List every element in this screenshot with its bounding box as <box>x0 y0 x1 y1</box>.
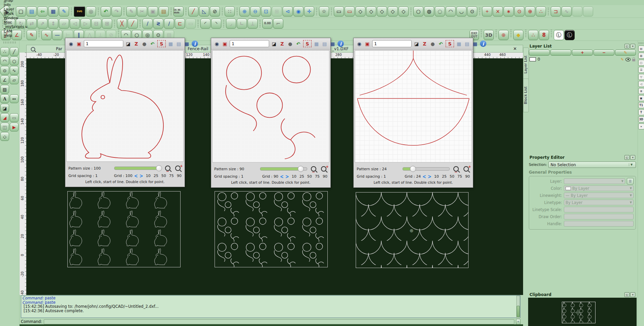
spline-draw-icon[interactable]: ∿ <box>41 30 52 40</box>
polygon-cc-tool-icon[interactable]: ◇ <box>366 6 376 17</box>
save-pattern-icon[interactable]: ▦ <box>329 40 336 47</box>
zoom-auto-icon[interactable]: ⊡ <box>261 6 271 17</box>
undo-icon[interactable]: ↶ <box>438 40 444 47</box>
stamp-s-icon[interactable]: S <box>303 40 312 47</box>
leader-tool-icon[interactable]: ⌐ <box>273 19 283 29</box>
image-tool-icon[interactable]: ◪ <box>0 104 9 113</box>
remove-layer-icon[interactable]: − <box>593 50 614 56</box>
pattern-dialog-rabbit[interactable]: ◉▣ ◪Z●↶S▦▤▦i Pattern size : 100 − + Grid… <box>65 38 185 187</box>
snap-center-icon[interactable]: ⊕ <box>525 6 535 17</box>
grid-toggle-icon[interactable]: ∷ <box>225 6 235 17</box>
iso-box-tool-icon[interactable]: ◇ <box>0 132 9 141</box>
grid-increase-icon[interactable]: > <box>428 173 431 180</box>
zoom-out-icon[interactable]: − <box>453 166 459 172</box>
mdi-title-v1-dxf[interactable]: _v1.DXF <box>332 47 349 51</box>
hide-all-layers-icon[interactable] <box>550 50 571 56</box>
point-marks-icon[interactable]: ∴ <box>528 30 538 40</box>
pattern-size-slider[interactable] <box>114 167 161 170</box>
mdi-title-fence-rail[interactable]: Fence-Rail <box>188 47 208 51</box>
redo-icon[interactable]: ↷ <box>111 6 122 17</box>
dimension-tool-icon[interactable]: ↔ <box>10 94 19 103</box>
fillet-tool-icon[interactable]: ◜ <box>200 19 211 29</box>
grid-preset[interactable]: 25 <box>154 174 158 178</box>
zoom-out-icon[interactable]: ⊖ <box>250 6 260 17</box>
float-panel-icon[interactable]: ◱ <box>624 44 630 49</box>
pattern-name-field[interactable] <box>84 40 123 47</box>
3d-panel-button[interactable]: 3D <box>638 116 644 122</box>
snap-end-icon[interactable]: ∗ <box>504 6 514 17</box>
print-preview-icon[interactable]: ◎ <box>86 6 96 17</box>
3d-view-button[interactable]: 3D <box>484 30 494 40</box>
close-panel-icon[interactable]: ✕ <box>630 44 635 49</box>
hatch-tool-icon[interactable]: ▨ <box>0 85 9 94</box>
ellipse-tool-icon[interactable]: ⊙ <box>0 66 9 75</box>
image-export-icon[interactable]: ◪ <box>271 40 277 47</box>
zigzag-edit-icon[interactable]: Z <box>421 40 428 47</box>
image-export-icon[interactable]: ◪ <box>125 40 131 47</box>
info-icon[interactable]: i <box>480 40 486 47</box>
tangent-tool-icon[interactable]: ⊥ <box>248 19 258 29</box>
edit-layer-icon[interactable]: ✎ <box>621 57 624 62</box>
auto-trim-icon[interactable]: ⊏ <box>175 19 185 29</box>
undo-icon[interactable]: ↶ <box>295 40 301 47</box>
grid-preset[interactable]: 10 <box>146 174 151 178</box>
color-field[interactable]: By Layer▼ <box>564 185 634 191</box>
save-pattern-icon[interactable]: ▦ <box>472 40 478 47</box>
measure-distance-icon[interactable]: ◺ <box>199 6 209 17</box>
snap-intersection-icon[interactable]: ∴ <box>536 6 546 17</box>
zigzag-edit-icon[interactable]: Z <box>279 40 285 47</box>
zoom-pan-icon[interactable]: ✛ <box>304 6 314 17</box>
undo-icon[interactable]: ↶ <box>149 40 156 47</box>
command-options-button[interactable]: ≡ <box>516 319 520 325</box>
image-export-icon[interactable]: ◪ <box>413 40 420 47</box>
circle-3point-icon[interactable]: ◌ <box>435 6 445 17</box>
grid-decrease-icon[interactable]: < <box>280 173 284 180</box>
arc-3point-icon[interactable]: ◡ <box>456 6 466 17</box>
explode-tool-icon[interactable]: ▷ <box>80 19 91 29</box>
rectangle-tool-icon[interactable]: ▭ <box>334 6 344 17</box>
edit-layer-icon[interactable]: ✎ <box>615 50 636 56</box>
fillet-radius-icon[interactable]: ◝ <box>211 19 221 29</box>
menu-item[interactable]: CAM <box>1 29 31 33</box>
new-pattern-icon[interactable]: ▦ <box>313 40 320 47</box>
polygon-tool-icon[interactable]: ◇ <box>355 6 365 17</box>
linetype-field[interactable]: By Layer▼ <box>564 200 634 205</box>
arc-tool-icon[interactable]: ◠ <box>0 57 9 65</box>
spline-tool-icon[interactable]: ∿ <box>10 66 19 75</box>
grid-preset[interactable]: 10 <box>292 174 296 179</box>
grid-preset[interactable]: 50 <box>161 174 166 178</box>
layer-lock-icon[interactable] <box>632 59 635 61</box>
red-frame-icon[interactable]: ▣ <box>76 40 82 47</box>
pattern-draw-area[interactable] <box>66 50 184 162</box>
drawing-units-icon[interactable]: in m mm <box>173 6 184 17</box>
linetype-scale-field[interactable] <box>564 207 634 212</box>
menu-item[interactable]: _myScripts v. <box>1 25 31 29</box>
record-dot-icon[interactable]: ● <box>429 40 436 47</box>
chamfer-tool-icon[interactable]: ◞ <box>226 19 236 29</box>
circle-2point-icon[interactable]: ◍ <box>424 6 434 17</box>
menu-item[interactable]: Block <box>1 11 31 16</box>
select-line-icon[interactable]: ▶ <box>10 123 19 131</box>
red-frame-icon[interactable]: ▣ <box>364 40 371 47</box>
selection-dropdown[interactable]: No Selection ▼ <box>548 161 636 168</box>
panel-grip[interactable] <box>3 41 16 43</box>
filter-alt-panel-icon[interactable]: ◁ <box>638 81 644 87</box>
grid-preset[interactable]: 75 <box>315 174 320 179</box>
menu-item[interactable]: Window <box>1 16 31 20</box>
purge-clean-icon[interactable]: ◆ <box>513 30 523 40</box>
grid-increase-icon[interactable]: > <box>285 173 289 180</box>
polyline-morph-icon[interactable]: ⊐ <box>551 6 561 17</box>
text-tool-icon[interactable]: A <box>0 94 9 103</box>
circle-tool-icon[interactable]: ○ <box>10 57 19 65</box>
tolerance-value-icon[interactable]: 0.00 <box>262 19 272 29</box>
toolmatrix-1-panel-icon[interactable]: T1 <box>638 102 644 108</box>
handle-field[interactable] <box>564 221 634 227</box>
zoom-out-icon[interactable]: − <box>311 166 316 172</box>
layout-page-light-button[interactable]: Ⓛ <box>554 30 564 40</box>
grid-preset[interactable]: 90 <box>323 174 327 179</box>
circle-center-point-icon[interactable]: ○ <box>413 6 423 17</box>
pattern-size-slider[interactable] <box>260 167 307 171</box>
divide-tool-icon[interactable]: ≷ <box>153 19 163 29</box>
linked-circles-icon[interactable]: 8 <box>539 30 549 40</box>
stretch-tool-icon[interactable]: ⇕ <box>48 19 58 29</box>
